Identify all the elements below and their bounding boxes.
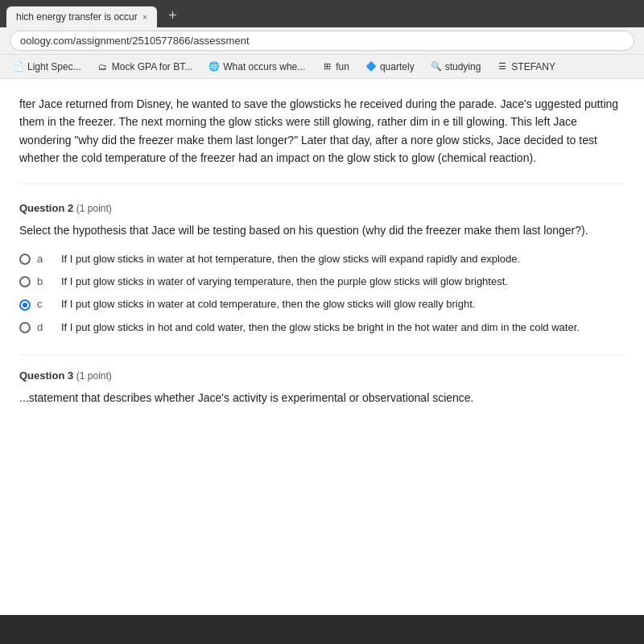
question2-points: (1 point) [76, 203, 112, 214]
address-input[interactable] [10, 31, 634, 51]
bookmark-bm6[interactable]: 🔍studying [424, 59, 488, 75]
option-c-radio[interactable] [19, 299, 31, 311]
bookmarks-bar: 📄Light Spec...🗂Mock GPA for BT...🌐What o… [0, 55, 644, 79]
bookmark-bm2[interactable]: 🗂Mock GPA for BT... [91, 59, 199, 75]
question3-text: ...statement that describes whether Jace… [19, 390, 625, 407]
bookmark-label-bm2: Mock GPA for BT... [112, 61, 192, 72]
bookmark-icon-bm3: 🌐 [208, 61, 220, 72]
question2-text: Select the hypothesis that Jace will be … [19, 222, 625, 239]
question2-section: Question 2 (1 point) Select the hypothes… [19, 200, 625, 335]
option-a-letter: a [37, 252, 45, 266]
option-b-letter: b [37, 275, 45, 289]
option-b-radio-container[interactable]: b [19, 275, 52, 289]
option-c[interactable]: c If I put glow sticks in water at cold … [19, 297, 625, 312]
bookmark-icon-bm4: ⊞ [321, 61, 332, 72]
question2-label: Question 2 (1 point) [19, 200, 625, 217]
bookmark-label-bm6: studying [445, 61, 481, 72]
bookmark-icon-bm2: 🗂 [97, 61, 109, 72]
bookmark-label-bm3: What occurs whe... [223, 61, 305, 72]
bookmark-bm1[interactable]: 📄Light Spec... [6, 59, 88, 75]
address-bar [0, 27, 644, 55]
option-b-radio[interactable] [19, 276, 31, 287]
option-c-letter: c [37, 297, 45, 312]
bookmark-label-bm1: Light Spec... [27, 61, 81, 72]
bookmark-bm4[interactable]: ⊞fun [315, 59, 356, 75]
option-c-radio-container[interactable]: c [19, 297, 52, 312]
option-d-radio[interactable] [19, 322, 31, 333]
option-a-radio-container[interactable]: a [19, 252, 52, 266]
question3-section: Question 3 (1 point) ...statement that d… [19, 354, 625, 407]
bookmark-label-bm5: quartely [380, 61, 415, 72]
option-a[interactable]: a If I put glow sticks in water at hot t… [19, 252, 625, 266]
bookmark-icon-bm5: 🔷 [365, 61, 377, 72]
option-d-letter: d [37, 320, 45, 335]
page-content: fter Jace returned from Disney, he wante… [0, 79, 644, 615]
bookmark-icon-bm1: 📄 [13, 61, 24, 72]
option-d-text: If I put glow sticks in hot and cold wat… [61, 320, 580, 335]
question3-label: Question 3 (1 point) [19, 368, 625, 384]
question3-points: (1 point) [76, 370, 112, 382]
new-tab-button[interactable]: + [160, 4, 185, 27]
passage-text: fter Jace returned from Disney, he wante… [19, 95, 625, 184]
option-d-radio-container[interactable]: d [19, 320, 52, 335]
tab-close-button[interactable]: × [142, 12, 147, 22]
option-d[interactable]: d If I put glow sticks in hot and cold w… [19, 320, 625, 335]
option-a-text: If I put glow sticks in water at hot tem… [61, 252, 520, 266]
option-a-radio[interactable] [19, 254, 31, 265]
tab-title: hich energy transfer is occur [16, 11, 138, 23]
bookmark-label-bm4: fun [336, 61, 349, 72]
bookmark-bm3[interactable]: 🌐What occurs whe... [202, 59, 312, 75]
option-c-text: If I put glow sticks in water at cold te… [61, 297, 475, 312]
bookmark-bm5[interactable]: 🔷quartely [359, 59, 421, 75]
option-b[interactable]: b If I put glow sticks in water of varyi… [19, 275, 625, 289]
tab-bar: hich energy transfer is occur × + [0, 0, 644, 27]
bookmark-label-bm7: STEFANY [511, 61, 555, 72]
bookmark-icon-bm7: ☰ [497, 61, 508, 72]
option-b-text: If I put glow sticks in water of varying… [61, 275, 508, 289]
active-tab[interactable]: hich energy transfer is occur × [6, 6, 157, 27]
bookmark-bm7[interactable]: ☰STEFANY [490, 59, 562, 75]
bookmark-icon-bm6: 🔍 [431, 61, 442, 72]
